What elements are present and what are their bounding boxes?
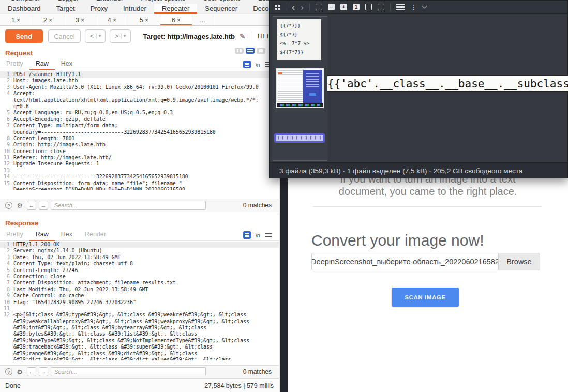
divider: [309, 3, 310, 11]
viewer-status-bar: 3 файла (359,3 kB) · 1 файл выделен (7,5…: [270, 162, 567, 178]
burp-main-tab[interactable]: Target: [49, 4, 83, 14]
ssti-payload-thumbnail[interactable]: {{7*7}}${7*7}<%= 7*7 %>${{7*7}}: [277, 19, 321, 60]
next-match-icon[interactable]: →: [39, 201, 48, 210]
repeater-tab[interactable]: 1 ×: [0, 15, 32, 25]
request-line: 9 Origin: http://images.late.htb: [0, 142, 279, 148]
thumbnail-grid-icon[interactable]: [275, 5, 277, 7]
line-number: 10: [0, 148, 13, 155]
repeater-toolbar: Send Cancel < ▾ > ▾ Target: http://image…: [0, 26, 279, 46]
burp-top-tab[interactable]: Comparer: [10, 0, 40, 4]
editor-menu-icon[interactable]: [265, 233, 272, 237]
kebab-menu-icon[interactable]: ⋮: [410, 3, 417, 11]
status-done: Done: [5, 382, 21, 389]
burp-top-tab[interactable]: Project options: [141, 0, 185, 4]
payload-line: {{7*7}}: [280, 21, 319, 30]
gear-icon[interactable]: ⚙: [15, 201, 24, 210]
zoom-original-icon[interactable]: 1: [353, 4, 360, 10]
back-label: <: [90, 33, 94, 40]
prev-match-icon[interactable]: ←: [27, 201, 36, 210]
burp-main-tab[interactable]: Sequencer: [197, 4, 245, 14]
repeater-tab[interactable]: 4 ×: [96, 15, 128, 25]
response-line: 11: [0, 306, 279, 312]
image-preview[interactable]: {{'abc'.__class__.__base__.__subclasses_…: [327, 75, 568, 92]
burp-main-tab[interactable]: Repeater: [154, 4, 197, 14]
burp-main-tab[interactable]: Dashboard: [0, 4, 49, 14]
help-icon[interactable]: ?: [5, 368, 12, 375]
help-icon[interactable]: ?: [5, 202, 12, 209]
response-view-tab[interactable]: Pretty: [0, 229, 29, 241]
repeater-tab[interactable]: 5 ×: [128, 15, 160, 25]
cancel-button[interactable]: Cancel: [48, 29, 81, 43]
request-search-input[interactable]: [51, 201, 206, 210]
newline-toggle[interactable]: \n: [256, 62, 260, 68]
burp-main-tab[interactable]: Proxy: [83, 4, 115, 14]
layout-toggle-buttons: [235, 48, 265, 54]
response-line: 3 Date: Thu, 02 Jun 2022 13:58:49 GMT: [0, 254, 279, 261]
layout-rows-button[interactable]: [246, 48, 255, 54]
screenshot-thumbnail[interactable]: [276, 68, 324, 108]
repeater-tab[interactable]: 2 ×: [32, 15, 64, 25]
repeater-tab[interactable]: 3 ×: [64, 15, 96, 25]
layout-single-button[interactable]: [257, 48, 265, 54]
history-forward-button[interactable]: > ▾: [110, 29, 130, 43]
caret-down-icon[interactable]: ▾: [121, 34, 126, 39]
line-number: 6: [0, 274, 13, 280]
newline-toggle[interactable]: \n: [256, 232, 260, 238]
response-line: 10 ETag: "1654178329.90895-27246-3770322…: [0, 299, 279, 306]
repeater-tab[interactable]: ...: [192, 15, 213, 25]
next-image-icon[interactable]: ›: [301, 3, 304, 11]
fullscreen-icon[interactable]: [365, 4, 372, 10]
prev-match-icon[interactable]: ←: [27, 367, 36, 376]
list-view-icon[interactable]: [396, 4, 405, 10]
line-number: 3: [0, 254, 13, 261]
browse-button[interactable]: Browse: [498, 253, 540, 270]
response-search-input[interactable]: [51, 367, 206, 376]
line-number: [0, 187, 13, 190]
request-view-tab[interactable]: Hex: [55, 58, 79, 70]
edit-target-icon[interactable]: ✎: [240, 32, 246, 40]
response-view-tab[interactable]: Render: [79, 229, 112, 241]
burp-top-tab[interactable]: Extender: [96, 0, 123, 4]
response-editor[interactable]: 1 HTTP/1.1 200 OK 2 Server: nginx/1.14.0…: [0, 242, 279, 365]
response-line: &#39;weakcallableproxy&#39;&gt;, &lt;cla…: [0, 319, 279, 325]
line-number: 5: [0, 267, 13, 274]
burp-top-tab[interactable]: Logger: [58, 0, 79, 4]
response-line: &#39;traceback&#39;&gt;, &lt;class &#39;…: [0, 344, 279, 350]
layout-columns-button[interactable]: [235, 48, 244, 54]
fit-window-icon[interactable]: [378, 4, 384, 10]
selected-payload-thumbnail[interactable]: [274, 133, 325, 143]
word-wrap-icon[interactable]: [243, 231, 251, 239]
zoom-fit-icon[interactable]: [316, 4, 322, 10]
line-number: [0, 344, 13, 350]
next-match-icon[interactable]: →: [39, 367, 48, 376]
burp-top-tab[interactable]: User options: [203, 0, 241, 4]
line-number: [0, 357, 13, 360]
send-button[interactable]: Send: [5, 29, 43, 43]
request-line: text/html,application/xhtml+xml,applicat…: [0, 97, 279, 103]
request-editor[interactable]: 1 POST /scanner HTTP/1.1 2 Host: images.…: [0, 71, 279, 199]
repeater-tab[interactable]: 6 ×: [160, 15, 192, 25]
line-number: [0, 331, 13, 337]
scan-image-button[interactable]: SCAN IMAGE: [392, 288, 459, 307]
request-line: 7 Content-Type: multipart/form-data;: [0, 123, 279, 129]
chevron-down-icon[interactable]: [422, 4, 427, 9]
line-number: 12: [0, 312, 13, 318]
response-view-tab[interactable]: Raw: [29, 229, 55, 241]
response-view-tab[interactable]: Hex: [55, 229, 79, 241]
request-view-tab[interactable]: Pretty: [0, 58, 29, 70]
line-number: 11: [0, 306, 13, 312]
request-view-tab[interactable]: Raw: [29, 58, 55, 70]
burp-window: ComparerLoggerExtenderProject optionsUse…: [0, 0, 279, 392]
request-line: 3 User-Agent: Mozilla/5.0 (X11; Linux x8…: [0, 84, 279, 91]
file-upload-input[interactable]: DeepinScreenshot_выберите-область_202206…: [311, 253, 540, 270]
gear-icon[interactable]: ⚙: [15, 367, 24, 376]
zoom-out-icon[interactable]: −: [328, 4, 335, 10]
response-line: 12 <p>[&lt;class &#39;type&#39;&gt;, &lt…: [0, 312, 279, 318]
zoom-in-icon[interactable]: +: [340, 4, 347, 10]
word-wrap-icon[interactable]: [243, 61, 251, 68]
previous-image-icon[interactable]: ‹: [292, 3, 295, 11]
burp-top-tabs-clipped: ComparerLoggerExtenderProject optionsUse…: [0, 0, 279, 4]
history-back-button[interactable]: < ▾: [85, 29, 106, 43]
burp-main-tab[interactable]: Intruder: [115, 4, 154, 14]
caret-down-icon[interactable]: ▾: [96, 34, 101, 39]
